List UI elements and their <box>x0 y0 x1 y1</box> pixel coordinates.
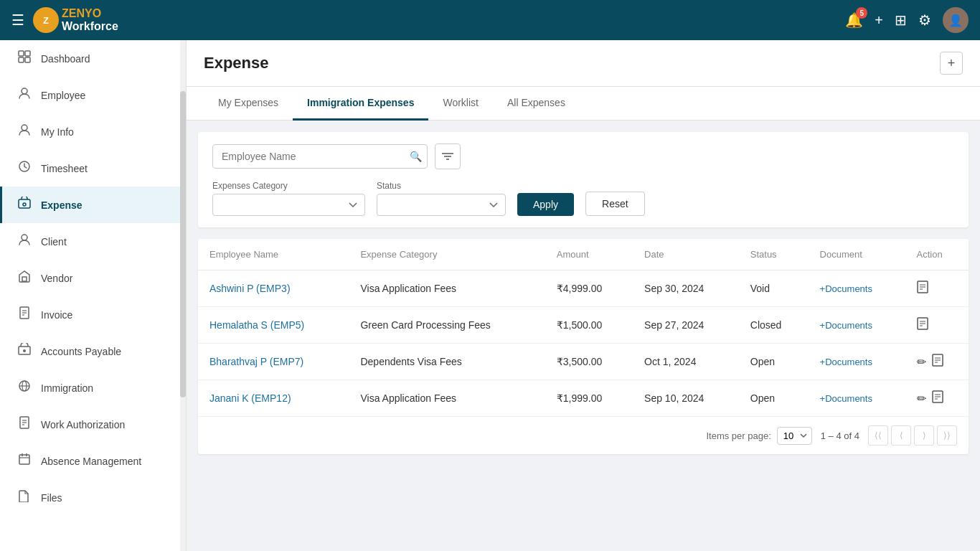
sidebar-item-absence-management[interactable]: Absence Management <box>0 443 186 479</box>
employee-link-2[interactable]: Bharathvaj P (EMP7) <box>209 356 303 367</box>
sidebar-item-myinfo[interactable]: My Info <box>0 113 186 150</box>
date-cell: Sep 30, 2024 <box>633 270 739 307</box>
col-header-document: Document <box>809 239 905 270</box>
sidebar-item-accounts-payable[interactable]: Accounts Payable <box>0 333 186 369</box>
status-cell: Void <box>739 270 809 307</box>
next-page-button[interactable]: ⟩ <box>914 425 934 446</box>
logo-text: ZENYOWorkforce <box>62 7 118 32</box>
sidebar-item-client[interactable]: Client <box>0 223 186 260</box>
document-icon-2[interactable] <box>932 354 943 369</box>
sidebar-label-absence-management: Absence Management <box>41 456 141 467</box>
sidebar-item-files[interactable]: Files <box>0 479 186 516</box>
svg-point-16 <box>23 349 26 352</box>
main-layout: Dashboard Employee My Info Timesheet Exp… <box>0 40 980 551</box>
apply-button[interactable]: Apply <box>517 193 574 216</box>
sidebar-item-work-authorization[interactable]: Work Authorization <box>0 406 186 443</box>
category-label: Expenses Category <box>212 181 365 191</box>
settings-icon[interactable]: ⚙ <box>918 11 931 29</box>
document-link-3[interactable]: +Documents <box>820 393 872 404</box>
status-cell: Closed <box>739 307 809 344</box>
tab-all-expenses[interactable]: All Expenses <box>493 87 580 121</box>
tab-worklist[interactable]: Worklist <box>428 87 493 121</box>
expense-table-section: Employee NameExpense CategoryAmountDateS… <box>198 239 969 454</box>
sidebar-icon-absence-management <box>17 453 32 469</box>
prev-page-button[interactable]: ⟨ <box>891 425 911 446</box>
category-filter-group: Expenses Category Visa Application Fees … <box>212 181 365 216</box>
last-page-button[interactable]: ⟩⟩ <box>937 425 957 446</box>
amount-cell: ₹3,500.00 <box>545 344 633 380</box>
expense-category-cell: Green Card Processing Fees <box>349 307 545 344</box>
table-row: Ashwini P (EMP3)Visa Application Fees₹4,… <box>198 270 969 307</box>
sidebar-item-invoice[interactable]: Invoice <box>0 296 186 333</box>
action-cell: ✏ <box>905 380 969 417</box>
sidebar-item-employee[interactable]: Employee <box>0 77 186 113</box>
content-header: Expense + <box>187 40 980 87</box>
sidebar: Dashboard Employee My Info Timesheet Exp… <box>0 40 187 551</box>
search-icon[interactable]: 🔍 <box>410 151 422 162</box>
hamburger-menu[interactable]: ☰ <box>11 11 24 29</box>
sidebar-label-work-authorization: Work Authorization <box>41 419 125 430</box>
amount-cell: ₹1,999.00 <box>545 380 633 417</box>
expense-category-cell: Visa Application Fees <box>349 270 545 307</box>
edit-icon-2[interactable]: ✏ <box>917 355 926 369</box>
grid-icon[interactable]: ⊞ <box>895 11 907 29</box>
page-info: 1 – 4 of 4 <box>821 430 859 441</box>
sidebar-icon-accounts-payable <box>17 343 32 359</box>
status-select[interactable]: Void Closed Open <box>377 194 506 216</box>
expense-category-cell: Dependents Visa Fees <box>349 344 545 380</box>
sidebar-label-vendor: Vendor <box>41 273 72 284</box>
items-per-page-select[interactable]: 102550 <box>777 427 812 445</box>
items-per-page: Items per page: 102550 <box>706 427 811 445</box>
add-button[interactable]: + <box>875 12 883 29</box>
tab-my-expenses[interactable]: My Expenses <box>204 87 293 121</box>
sidebar-item-expense[interactable]: Expense <box>0 187 186 223</box>
document-icon-3[interactable] <box>932 390 943 406</box>
filter-icon-button[interactable] <box>435 143 461 169</box>
top-navigation: ☰ Z ZENYOWorkforce 🔔 5 + ⊞ ⚙ 👤 <box>0 0 980 40</box>
action-cell <box>905 270 969 307</box>
category-select[interactable]: Visa Application Fees Green Card Process… <box>212 194 365 216</box>
amount-cell: ₹4,999.00 <box>545 270 633 307</box>
employee-link-3[interactable]: Janani K (EMP12) <box>209 392 291 404</box>
action-cell <box>905 307 969 344</box>
svg-rect-1 <box>25 51 30 56</box>
document-icon-0[interactable] <box>917 281 928 296</box>
first-page-button[interactable]: ⟨⟨ <box>868 425 888 446</box>
sidebar-icon-immigration <box>17 380 32 396</box>
status-cell: Open <box>739 380 809 417</box>
table-row: Bharathvaj P (EMP7)Dependents Visa Fees₹… <box>198 344 969 380</box>
sidebar-icon-vendor <box>17 270 32 286</box>
reset-button[interactable]: Reset <box>585 192 645 216</box>
add-expense-button[interactable]: + <box>940 52 963 75</box>
col-header-expense-category: Expense Category <box>349 239 545 270</box>
table-header: Employee NameExpense CategoryAmountDateS… <box>198 239 969 270</box>
sidebar-item-vendor[interactable]: Vendor <box>0 260 186 296</box>
svg-rect-7 <box>19 199 30 208</box>
sidebar-item-timesheet[interactable]: Timesheet <box>0 150 186 187</box>
status-filter-group: Status Void Closed Open <box>377 181 506 216</box>
document-link-2[interactable]: +Documents <box>820 357 872 367</box>
sidebar-item-dashboard[interactable]: Dashboard <box>0 40 186 77</box>
col-header-action: Action <box>905 239 969 270</box>
document-link-1[interactable]: +Documents <box>820 320 872 331</box>
notification-button[interactable]: 🔔 5 <box>845 11 863 29</box>
employee-link-0[interactable]: Ashwini P (EMP3) <box>209 283 291 294</box>
filter-controls: Expenses Category Visa Application Fees … <box>212 181 954 216</box>
tab-immigration-expenses[interactable]: Immigration Expenses <box>293 87 428 121</box>
pagination-row: Items per page: 102550 1 – 4 of 4 ⟨⟨ ⟨ ⟩… <box>198 416 969 454</box>
document-icon-1[interactable] <box>917 317 928 333</box>
sidebar-icon-invoice <box>17 306 32 323</box>
items-per-page-label: Items per page: <box>706 430 771 441</box>
sidebar-icon-files <box>17 489 32 506</box>
employee-link-1[interactable]: Hemalatha S (EMP5) <box>209 319 304 331</box>
tabs-bar: My ExpensesImmigration ExpensesWorklistA… <box>187 87 980 121</box>
sidebar-label-client: Client <box>41 236 67 248</box>
col-header-date: Date <box>633 239 739 270</box>
user-avatar[interactable]: 👤 <box>943 7 969 33</box>
search-input[interactable] <box>212 144 428 169</box>
document-link-0[interactable]: +Documents <box>820 283 872 294</box>
table-body: Ashwini P (EMP3)Visa Application Fees₹4,… <box>198 270 969 417</box>
edit-icon-3[interactable]: ✏ <box>917 392 926 405</box>
amount-cell: ₹1,500.00 <box>545 307 633 344</box>
sidebar-item-immigration[interactable]: Immigration <box>0 369 186 406</box>
